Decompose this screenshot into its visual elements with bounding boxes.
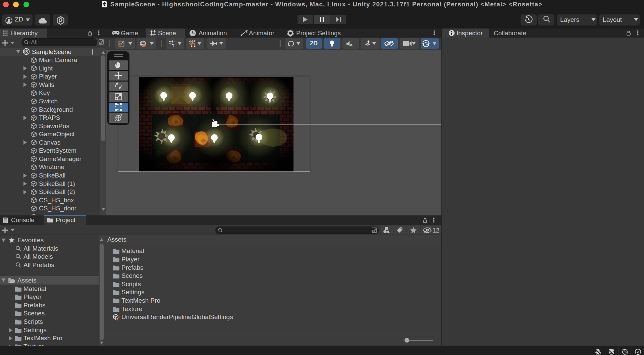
- svg-text:{}: {}: [117, 317, 120, 321]
